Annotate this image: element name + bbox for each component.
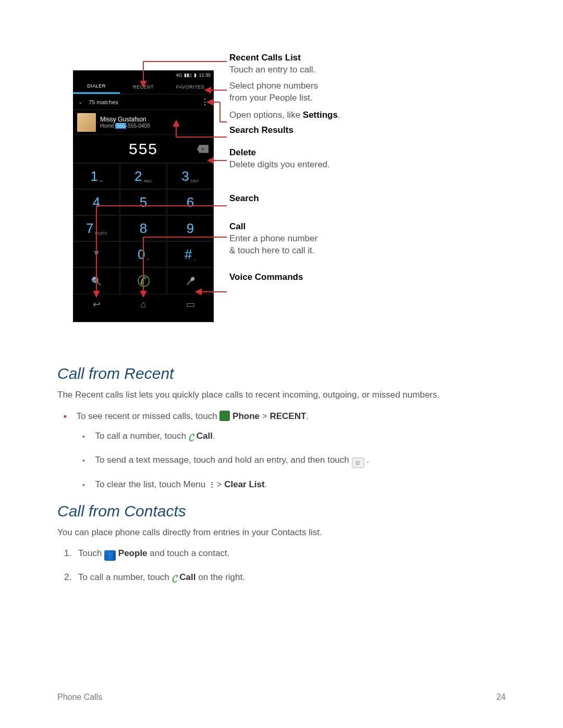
contact-name: Missy Gustafson	[100, 116, 150, 123]
step-call-number: To call a number, touch 𝓒 Call on the ri…	[74, 572, 506, 585]
key-star[interactable]: *	[73, 241, 120, 267]
bullet-see-recent: To see recent or missed calls, touch Pho…	[74, 411, 506, 490]
co-call-t2: & touch here to call it.	[229, 245, 314, 255]
sub-clear-list: To clear the list, touch Menu ⋮ > Clear …	[93, 479, 506, 490]
co-search-title: Search	[229, 193, 259, 203]
keypad: 1∞ 2ABC 3DEF 4 5 6 7PQRS 8 9 * 0+ #–	[73, 163, 214, 267]
co-fav-text2: from your People list.	[229, 93, 313, 103]
call-button[interactable]: ✆	[120, 267, 167, 294]
signal-icon: ▮▮▯	[184, 72, 192, 78]
network-icon: 4G	[176, 72, 182, 78]
phone-app-icon	[219, 411, 230, 421]
para-contacts-intro: You can place phone calls directly from …	[57, 527, 506, 538]
nav-back[interactable]: ↩	[73, 294, 120, 314]
matches-bar[interactable]: ⌄ 75 matches ⋮	[73, 94, 214, 110]
chevron-down-icon: ⌄	[78, 99, 82, 105]
voice-button[interactable]: 🎤	[167, 267, 214, 294]
co-call-t1: Enter a phone number	[229, 233, 317, 243]
phone-handset-icon: ✆	[137, 272, 150, 290]
co-fav-text1: Select phone numbers	[229, 81, 318, 91]
co-sr-title: Search Results	[229, 125, 293, 135]
microphone-icon: 🎤	[186, 277, 195, 285]
message-icon: ☺	[352, 458, 364, 468]
phone-mock: 4G ▮▮▯ ▮ 11:35 DIALER RECENT FAVORITES ⌄…	[73, 70, 214, 322]
call-icon: 𝓒	[172, 573, 177, 585]
key-8[interactable]: 8	[120, 215, 167, 241]
co-del-title: Delete	[229, 147, 256, 157]
search-button[interactable]: 🔍	[73, 267, 120, 294]
nav-home[interactable]: ⌂	[120, 294, 167, 314]
sub-call-number: To call a number, touch 𝓒 Call.	[93, 431, 506, 443]
co-opt-bold: Settings	[303, 110, 338, 120]
battery-icon: ▮	[194, 72, 197, 78]
key-4[interactable]: 4	[73, 189, 120, 215]
backspace-icon[interactable]: ×	[197, 145, 209, 153]
callout-text-block: Recent Calls List Touch an entry to call…	[229, 52, 340, 287]
nav-bar: ↩ ⌂ ▭	[73, 294, 214, 314]
key-1[interactable]: 1∞	[73, 163, 120, 189]
contact-phone: Home 555-555-0409	[100, 123, 150, 129]
key-0[interactable]: 0+	[120, 241, 167, 267]
co-vc-title: Voice Commands	[229, 272, 303, 282]
co-recent-title: Recent Calls List	[229, 53, 301, 63]
action-row: 🔍 ✆ 🎤	[73, 267, 214, 294]
dialed-number-display: 555 ×	[73, 135, 214, 163]
heading-call-from-recent: Call from Recent	[57, 365, 506, 382]
matches-count: 75 matches	[89, 99, 118, 105]
co-opt-text: Open options, like	[229, 110, 303, 120]
co-recent-text: Touch an entry to call.	[229, 65, 315, 75]
tab-favorites[interactable]: FAVORITES	[167, 80, 214, 94]
co-del-text: Delete digits you entered.	[229, 159, 330, 169]
step-touch-people: Touch 👤 People and touch a contact.	[74, 548, 506, 561]
key-7[interactable]: 7PQRS	[73, 215, 120, 241]
heading-call-from-contacts: Call from Contacts	[57, 502, 506, 520]
tab-dialer[interactable]: DIALER	[73, 80, 120, 94]
dialed-digits: 555	[129, 140, 158, 158]
co-call-title: Call	[229, 221, 246, 231]
menu-icon: ⋮	[206, 480, 215, 489]
key-2[interactable]: 2ABC	[120, 163, 167, 189]
dialer-tabs: DIALER RECENT FAVORITES	[73, 80, 214, 94]
overflow-menu-icon[interactable]: ⋮	[201, 100, 209, 105]
key-6[interactable]: 6	[167, 189, 214, 215]
contact-avatar	[77, 113, 96, 132]
footer-page: 24	[496, 693, 506, 702]
key-3[interactable]: 3DEF	[167, 163, 214, 189]
key-5[interactable]: 5	[120, 189, 167, 215]
search-result-row[interactable]: Missy Gustafson Home 555-555-0409	[73, 110, 214, 135]
nav-recent[interactable]: ▭	[167, 294, 214, 314]
dialer-diagram: 4G ▮▮▯ ▮ 11:35 DIALER RECENT FAVORITES ⌄…	[57, 52, 506, 344]
clock: 11:35	[199, 72, 211, 78]
sub-send-text: To send a text message, touch and hold a…	[93, 455, 506, 468]
para-recent-intro: The Recent calls list lets you quickly p…	[57, 390, 506, 400]
call-icon: 𝓒	[189, 431, 194, 443]
key-hash[interactable]: #–	[167, 241, 214, 267]
search-icon: 🔍	[91, 276, 102, 286]
key-9[interactable]: 9	[167, 215, 214, 241]
people-app-icon: 👤	[104, 550, 116, 561]
status-bar: 4G ▮▮▯ ▮ 11:35	[73, 70, 214, 80]
tab-recent[interactable]: RECENT	[120, 80, 167, 94]
footer-section: Phone Calls	[57, 693, 102, 702]
